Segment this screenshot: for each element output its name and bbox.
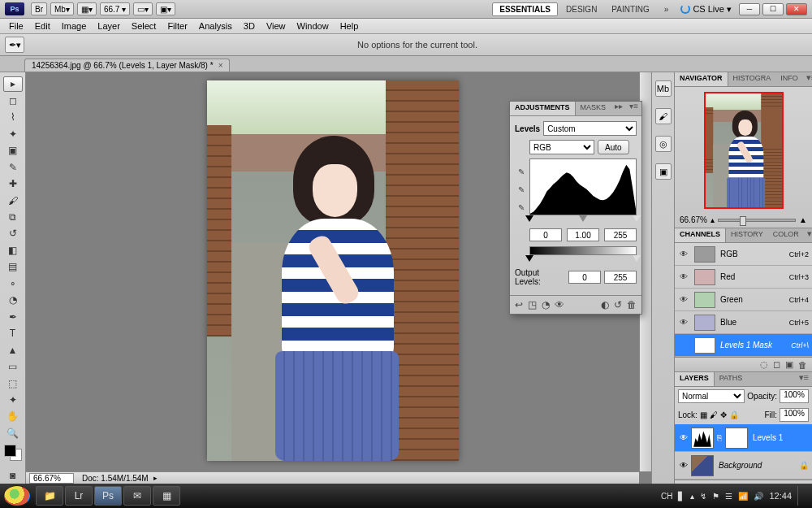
pen-tool[interactable]: ✒ [3, 310, 23, 324]
menu-view[interactable]: View [261, 21, 292, 31]
document-tab[interactable]: 14256364.jpg @ 66.7% (Levels 1, Layer Ma… [24, 59, 230, 72]
tray-icon-1[interactable]: ↯ [700, 492, 706, 501]
input-white-field[interactable] [604, 228, 637, 241]
dodge-tool[interactable]: ◔ [3, 293, 23, 307]
quick-select-tool[interactable]: ✦ [3, 127, 23, 141]
current-tool-icon[interactable]: ✒▾ [5, 37, 24, 53]
hand-tool[interactable]: ✋ [3, 409, 23, 423]
blur-tool[interactable]: ∘ [3, 276, 23, 291]
taskbar-msn-icon[interactable]: ✉ [123, 486, 151, 506]
tray-icon-2[interactable]: ⚑ [712, 492, 719, 501]
tray-icon-3[interactable]: ☰ [725, 492, 732, 501]
status-zoom-field[interactable]: 66.67% [29, 473, 74, 484]
eraser-tool[interactable]: ◧ [3, 243, 23, 258]
white-eyedropper-icon[interactable]: ✎ [515, 201, 528, 214]
arrange-docs-button[interactable]: ▭▾ [133, 2, 153, 15]
show-desktop[interactable] [797, 486, 804, 506]
healing-tool[interactable]: ✚ [3, 176, 23, 191]
channel-row[interactable]: 👁 RGB Ctrl+2 [675, 243, 812, 266]
menu-select[interactable]: Select [126, 21, 162, 31]
marquee-tool[interactable]: ◻ [3, 93, 23, 108]
cs-live-button[interactable]: CS Live ▾ [680, 4, 732, 15]
layer-row[interactable]: 👁 ⎘ Levels 1 [675, 424, 812, 452]
minibridge-button[interactable]: Mb▾ [50, 2, 74, 15]
clip-layer-icon[interactable]: ◔ [542, 299, 550, 310]
navigator-tab[interactable]: NAVIGATOR [675, 72, 728, 86]
3d-tool[interactable]: ⬚ [3, 376, 23, 390]
gray-eyedropper-icon[interactable]: ✎ [515, 183, 528, 196]
input-black-field[interactable] [529, 228, 562, 241]
lock-position-icon[interactable]: ✥ [720, 410, 727, 419]
tray-flag-icon[interactable]: ▋ [678, 492, 685, 501]
color-swatches[interactable] [4, 445, 22, 461]
menu-filter[interactable]: Filter [162, 21, 192, 31]
adjustments-panel[interactable]: ADJUSTMENTS MASKS ▸▸ ▾≡ Levels Custom RG… [509, 101, 642, 315]
view-previous-icon[interactable]: 👁 [555, 299, 564, 310]
path-select-tool[interactable]: ▲ [3, 342, 23, 357]
output-white-field[interactable] [604, 271, 637, 284]
window-maximize[interactable]: ☐ [762, 3, 784, 15]
stamp-tool[interactable]: ⧉ [3, 210, 23, 224]
doc-zoom-field[interactable]: 66.7 ▾ [100, 2, 130, 15]
input-gamma-field[interactable] [567, 228, 599, 241]
eyedropper-tool[interactable]: ✎ [3, 159, 23, 174]
previous-state-icon[interactable]: ◐ [601, 299, 609, 310]
window-close[interactable]: ✕ [786, 3, 807, 15]
start-button[interactable] [3, 485, 31, 506]
status-doc-info[interactable]: Doc: 1.54M/1.54M [77, 474, 153, 483]
save-selection-icon[interactable]: ◻ [773, 359, 780, 370]
gradient-tool[interactable]: ▤ [3, 259, 23, 274]
color-tab[interactable]: COLOR [768, 228, 804, 242]
visibility-icon[interactable]: 👁 [678, 318, 689, 327]
tool-presets-dock-icon[interactable]: ▣ [655, 163, 672, 180]
visibility-icon[interactable]: 👁 [678, 295, 689, 304]
layer-thumb[interactable] [691, 455, 714, 476]
input-sliders[interactable] [529, 217, 637, 225]
navigator-zoom-out-icon[interactable]: ▴ [710, 215, 715, 224]
workspace-essentials[interactable]: ESSENTIALS [492, 2, 558, 16]
brush-presets-dock-icon[interactable]: 🖌 [655, 108, 672, 124]
crop-tool[interactable]: ▣ [3, 143, 23, 158]
black-eyedropper-icon[interactable]: ✎ [515, 165, 528, 178]
reset-icon[interactable]: ↺ [614, 299, 622, 310]
navigator-menu-icon[interactable]: ▾≡ [803, 72, 812, 86]
output-sliders[interactable] [529, 257, 637, 265]
output-black-field[interactable] [568, 271, 601, 284]
menu-help[interactable]: Help [335, 21, 365, 31]
menu-image[interactable]: Image [56, 21, 93, 31]
layer-mask-thumb[interactable] [725, 428, 748, 449]
channel-row[interactable]: Levels 1 Mask Ctrl+\ [675, 334, 812, 357]
adjustments-tab[interactable]: ADJUSTMENTS [510, 102, 576, 115]
taskbar-explorer-icon[interactable]: 📁 [36, 486, 63, 506]
channel-row[interactable]: 👁 Red Ctrl+3 [675, 266, 812, 289]
bridge-button[interactable]: Br [31, 2, 47, 15]
adjust-menu-icon[interactable]: ▾≡ [626, 102, 641, 115]
document-canvas[interactable] [207, 80, 459, 461]
menu-edit[interactable]: Edit [29, 21, 56, 31]
adjust-collapse-icon[interactable]: ▸▸ [611, 102, 626, 115]
levels-auto-button[interactable]: Auto [598, 140, 629, 154]
type-tool[interactable]: T [3, 326, 23, 341]
channels-menu-icon[interactable]: ▾≡ [804, 228, 812, 242]
layers-tab[interactable]: LAYERS [675, 372, 715, 386]
menu-file[interactable]: File [3, 21, 29, 31]
workspace-more[interactable]: » [658, 3, 676, 15]
tray-volume-icon[interactable]: 🔊 [754, 492, 763, 501]
3d-camera-tool[interactable]: ✦ [3, 393, 23, 407]
menu-layer[interactable]: Layer [92, 21, 126, 31]
taskbar-lightroom-icon[interactable]: Lr [65, 486, 93, 506]
navigator-thumbnail[interactable] [704, 92, 784, 209]
visibility-icon[interactable]: 👁 [678, 461, 689, 470]
visibility-icon[interactable]: 👁 [678, 272, 689, 281]
layer-row[interactable]: 👁 Background 🔒 [675, 452, 812, 480]
navigator-zoom-slider[interactable] [718, 219, 796, 222]
tray-lang[interactable]: CH [661, 492, 672, 501]
window-minimize[interactable]: ─ [739, 3, 760, 15]
masks-tab[interactable]: MASKS [576, 102, 611, 115]
levels-preset-select[interactable]: Custom [543, 121, 637, 136]
channels-tab[interactable]: CHANNELS [675, 228, 726, 242]
clone-dock-icon[interactable]: ◎ [655, 136, 672, 152]
lock-pixels-icon[interactable]: 🖌 [710, 410, 718, 419]
tray-clock[interactable]: 12:44 [769, 491, 792, 501]
delete-channel-icon[interactable]: 🗑 [798, 360, 807, 370]
